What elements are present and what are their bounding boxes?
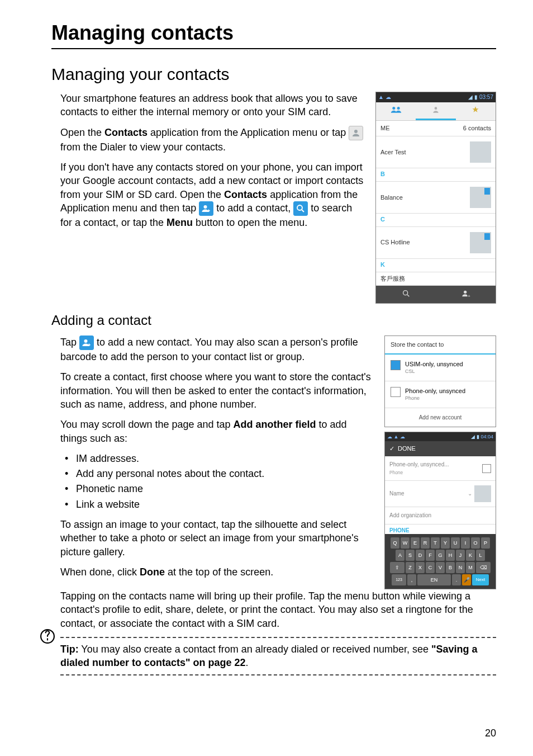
key[interactable]: U xyxy=(451,537,460,549)
contacts-label: Contacts xyxy=(104,127,147,138)
svg-point-7 xyxy=(464,290,467,293)
phone-section-label: PHONE xyxy=(385,525,496,535)
avatar xyxy=(470,232,491,253)
key[interactable]: I xyxy=(461,537,470,549)
contact-name: Balance xyxy=(380,193,403,202)
tab-all-contacts[interactable] xyxy=(416,102,455,121)
contact-row[interactable]: Acer Test xyxy=(376,136,496,168)
key[interactable]: M xyxy=(466,562,475,573)
svg-point-5 xyxy=(435,107,437,110)
sym-key[interactable]: 123 xyxy=(392,574,406,585)
contact-name: CS Hotline xyxy=(380,238,410,247)
avatar xyxy=(470,187,491,208)
section-letter: K xyxy=(376,259,496,272)
svg-point-4 xyxy=(397,107,399,110)
backspace-key[interactable]: ⌫ xyxy=(476,562,491,573)
chevron-down-icon[interactable]: ⌄ xyxy=(468,490,472,498)
intro-p2-c: application from the Application menu or… xyxy=(147,127,349,138)
mic-key[interactable]: 🎤 xyxy=(462,574,471,585)
key[interactable]: K xyxy=(466,550,475,561)
key[interactable]: C xyxy=(426,562,435,573)
svg-point-6 xyxy=(403,290,407,295)
account-sub: Phone xyxy=(389,470,403,475)
key[interactable]: L xyxy=(476,550,485,561)
add-contact-icon xyxy=(79,336,94,350)
subsection-heading-adding: Adding a contact xyxy=(51,311,496,329)
key[interactable]: Z xyxy=(406,562,415,573)
done-button[interactable]: ✓DONE xyxy=(385,441,496,456)
period-key[interactable]: . xyxy=(452,574,461,585)
key[interactable]: G xyxy=(436,550,445,561)
key[interactable]: S xyxy=(406,550,415,561)
shift-key[interactable]: ⇧ xyxy=(390,562,404,573)
list-item: IM addresses. xyxy=(65,452,374,465)
space-key[interactable]: EN xyxy=(417,574,451,585)
key[interactable]: Y xyxy=(441,537,450,549)
key[interactable]: X xyxy=(416,562,425,573)
keyboard[interactable]: QWERTYUIOP ASDFGHJKL ⇧ZXCVBNM⌫ 123,EN.🎤N… xyxy=(385,534,496,589)
key[interactable]: J xyxy=(456,550,465,561)
option-label: Phone-only, unsynced xyxy=(405,388,465,394)
key[interactable]: O xyxy=(471,537,480,549)
add-contact-button[interactable]: + xyxy=(436,286,496,304)
contacts-list-screenshot: ▲ ☁◢ ▮ 03:57 ME6 contacts Acer Test B Ba… xyxy=(375,92,496,304)
intro-paragraph-3: If you don't have any contacts stored on… xyxy=(60,160,365,229)
svg-point-2 xyxy=(297,205,302,210)
key[interactable]: T xyxy=(431,537,440,549)
comma-key[interactable]: , xyxy=(407,574,416,585)
tab-favorites[interactable] xyxy=(456,102,496,121)
key[interactable]: F xyxy=(426,550,435,561)
adding-p4: To assign an image to your contact, tap … xyxy=(60,518,374,559)
adding-p5-c: at the top of the screen. xyxy=(165,566,273,578)
contact-row[interactable]: CS Hotline xyxy=(376,227,496,259)
adding-p3: You may scroll down the page and tap Add… xyxy=(60,418,374,445)
list-item: Add any personal notes about the contact… xyxy=(65,467,374,480)
status-icons-left: ▲ ☁ xyxy=(378,93,391,101)
page-title: Managing contacts xyxy=(51,21,496,49)
key[interactable]: N xyxy=(456,562,465,573)
add-field-label: Add another field xyxy=(234,419,316,430)
account-row[interactable]: Phone-only, unsynced...Phone xyxy=(385,456,496,481)
adding-p3-a: You may scroll down the page and tap xyxy=(60,419,234,430)
intro-p2-d: from the Dialer to view your contacts. xyxy=(60,141,226,153)
menu-label: Menu xyxy=(166,217,193,228)
add-account-button[interactable]: Add new account xyxy=(385,408,496,427)
tip-label: Tip: xyxy=(60,644,79,655)
svg-text:+: + xyxy=(468,293,470,297)
tab-groups[interactable] xyxy=(376,102,416,121)
avatar-placeholder[interactable] xyxy=(474,485,491,502)
section-letter: B xyxy=(376,168,496,182)
key[interactable]: H xyxy=(446,550,455,561)
list-item: Link a website xyxy=(65,498,374,511)
svg-point-3 xyxy=(392,107,395,110)
key[interactable]: B xyxy=(446,562,455,573)
phone-icon xyxy=(391,387,401,397)
done-label: Done xyxy=(140,566,165,578)
popup-option[interactable]: Phone-only, unsyncedPhone xyxy=(385,381,496,408)
key[interactable]: R xyxy=(421,537,430,549)
adding-p1-b: to add a new contact. You may also scan … xyxy=(60,337,358,362)
status-time: ◢ ▮ 04:04 xyxy=(471,433,493,440)
svg-point-0 xyxy=(354,130,358,133)
tip-text: You may also create a contact from an al… xyxy=(79,644,431,655)
name-field[interactable]: Name⌄ xyxy=(385,481,496,507)
tip-icon xyxy=(40,629,55,644)
page-number: 20 xyxy=(485,727,496,739)
key[interactable]: Q xyxy=(391,537,399,549)
search-icon xyxy=(293,201,308,216)
key[interactable]: W xyxy=(401,537,410,549)
contact-row[interactable]: Balance xyxy=(376,182,496,214)
contact-name: 客戶服務 xyxy=(380,275,405,283)
search-button[interactable] xyxy=(376,286,436,304)
key[interactable]: E xyxy=(411,537,420,549)
new-contact-form: ☁ ▲ ☁◢ ▮ 04:04 ✓DONE Phone-only, unsynce… xyxy=(384,432,496,589)
key[interactable]: P xyxy=(481,537,490,549)
contact-row[interactable]: 客戶服務 xyxy=(376,272,496,286)
key[interactable]: D xyxy=(416,550,425,561)
org-field[interactable]: Add organization xyxy=(385,507,496,525)
contact-name: Acer Test xyxy=(380,148,406,157)
key[interactable]: V xyxy=(436,562,445,573)
next-key[interactable]: Next xyxy=(472,574,489,585)
popup-option[interactable]: USIM-only, unsyncedCSL xyxy=(385,355,496,381)
key[interactable]: A xyxy=(396,550,404,561)
